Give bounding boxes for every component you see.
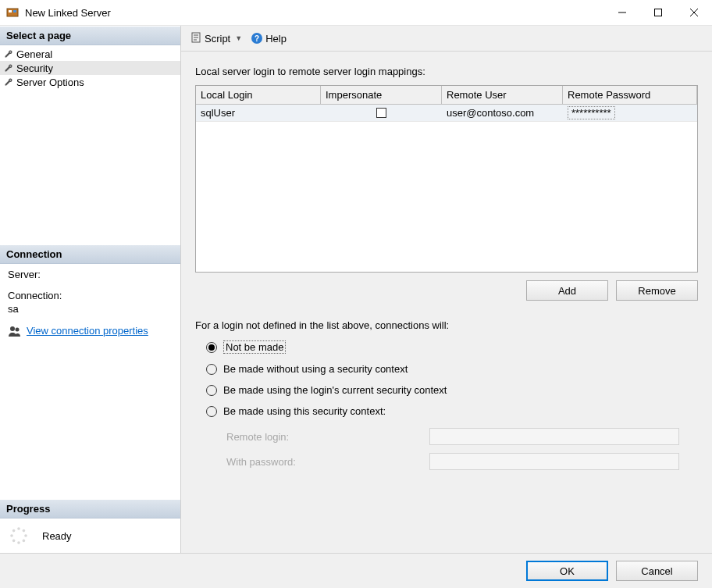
chevron-down-icon: ▼ [235, 34, 242, 42]
connection-header: Connection [0, 244, 180, 264]
script-button[interactable]: Script ▼ [187, 30, 245, 47]
cell-remote-password[interactable]: ********** [563, 105, 697, 121]
radio-input[interactable] [206, 364, 217, 375]
wrench-icon [2, 62, 15, 74]
col-local-login[interactable]: Local Login [196, 86, 321, 104]
radio-input[interactable] [206, 406, 217, 417]
progress-header: Progress [0, 499, 180, 519]
radio-this-security[interactable]: Be made using this security context: [206, 405, 698, 417]
radio-label: Be made without using a security context [223, 363, 408, 375]
cell-local-login[interactable]: sqlUser [196, 105, 321, 121]
sidebar-item-label: Security [16, 62, 53, 74]
cell-remote-user[interactable]: user@contoso.com [442, 105, 563, 121]
col-remote-user[interactable]: Remote User [442, 86, 563, 104]
svg-point-8 [16, 327, 20, 331]
wrench-icon [2, 76, 15, 88]
login-mapping-grid: Local Login Impersonate Remote User Remo… [195, 85, 698, 273]
svg-point-7 [10, 326, 15, 331]
connection-mode-group: Not be made Be made without using a secu… [195, 340, 698, 426]
progress-status: Ready [42, 530, 72, 542]
svg-point-12 [23, 540, 26, 543]
window-title: New Linked Server [25, 7, 604, 19]
svg-point-11 [24, 534, 27, 537]
script-icon [190, 32, 201, 45]
with-password-input [429, 453, 679, 470]
radio-input[interactable] [206, 385, 217, 396]
spinner-icon [9, 526, 28, 545]
ok-button[interactable]: OK [526, 561, 608, 581]
security-credentials: Remote login: With password: [226, 428, 698, 478]
select-page-header: Select a page [0, 26, 180, 45]
radio-no-security[interactable]: Be made without using a security context [206, 363, 698, 375]
maximize-button[interactable] [640, 0, 676, 25]
grid-header: Local Login Impersonate Remote User Remo… [196, 86, 697, 105]
window-buttons [604, 0, 712, 25]
cancel-button[interactable]: Cancel [616, 561, 698, 581]
svg-rect-2 [13, 10, 16, 12]
remove-button[interactable]: Remove [616, 280, 698, 301]
view-connection-link[interactable]: View connection properties [27, 325, 148, 337]
minimize-button[interactable] [604, 0, 640, 25]
content: Local server login to remote server logi… [181, 52, 712, 553]
remote-login-input [429, 428, 679, 445]
sidebar-item-security[interactable]: Security [0, 61, 180, 75]
svg-point-16 [12, 529, 16, 533]
sidebar-item-label: Server Options [16, 77, 84, 88]
col-impersonate[interactable]: Impersonate [321, 86, 442, 104]
svg-point-14 [12, 540, 16, 543]
sidebar-item-server-options[interactable]: Server Options [0, 75, 180, 89]
help-button[interactable]: ? Help [248, 31, 290, 46]
connection-info: Server: Connection: sa [0, 264, 180, 321]
svg-point-9 [17, 527, 20, 530]
radio-input[interactable] [206, 342, 217, 353]
remote-password-value[interactable]: ********** [568, 106, 615, 119]
sidebar-item-label: General [16, 48, 52, 60]
dialog-footer: OK Cancel [0, 553, 712, 588]
radio-label: Be made using the login's current securi… [223, 384, 447, 396]
cell-impersonate[interactable] [321, 105, 442, 121]
app-icon [6, 6, 19, 19]
connection-label: Connection: [8, 290, 173, 301]
titlebar: New Linked Server [0, 0, 712, 26]
help-label: Help [265, 33, 287, 45]
svg-point-10 [23, 529, 26, 533]
main-panel: Script ▼ ? Help Local server login to re… [180, 26, 712, 553]
grid-buttons: Add Remove [195, 273, 698, 304]
people-icon [8, 324, 22, 338]
remote-login-label: Remote login: [226, 431, 429, 443]
help-icon: ? [251, 33, 262, 44]
impersonate-checkbox[interactable] [376, 108, 386, 118]
svg-rect-4 [655, 9, 662, 16]
connection-value: sa [8, 303, 173, 315]
progress-body: Ready [0, 519, 180, 553]
sidebar-item-general[interactable]: General [0, 47, 180, 61]
radio-not-made[interactable]: Not be made [206, 340, 698, 354]
wrench-icon [2, 48, 15, 60]
server-label: Server: [8, 269, 173, 280]
view-connection-row: View connection properties [0, 321, 180, 346]
with-password-label: With password: [226, 456, 429, 468]
page-list: General Security Server Options [0, 45, 180, 91]
main-toolbar: Script ▼ ? Help [181, 26, 712, 52]
svg-point-15 [10, 534, 13, 537]
close-button[interactable] [676, 0, 712, 25]
radio-label: Not be made [223, 340, 286, 354]
sidebar: Select a page General Security Server Op… [0, 26, 180, 553]
radio-label: Be made using this security context: [223, 405, 386, 417]
radio-current-security[interactable]: Be made using the login's current securi… [206, 384, 698, 396]
for-login-label: For a login not defined in the list abov… [195, 319, 698, 331]
svg-point-13 [17, 541, 20, 544]
add-button[interactable]: Add [526, 280, 608, 301]
table-row[interactable]: sqlUser user@contoso.com ********** [196, 105, 697, 122]
script-label: Script [205, 33, 230, 45]
mapping-label: Local server login to remote server logi… [195, 66, 698, 77]
col-remote-password[interactable]: Remote Password [563, 86, 697, 104]
svg-rect-1 [9, 10, 12, 12]
